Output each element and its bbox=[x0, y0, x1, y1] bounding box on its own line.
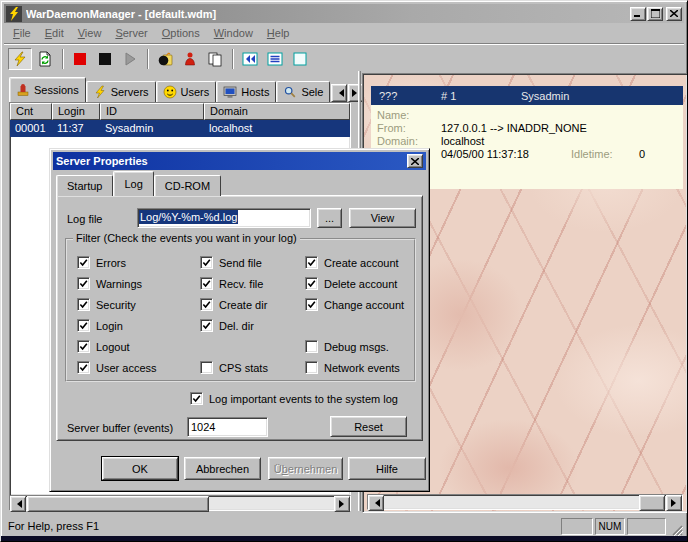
copy-icon[interactable] bbox=[203, 48, 227, 70]
filter-checkbox-network-events[interactable]: Network events bbox=[305, 361, 410, 374]
filter-checkbox-create-account[interactable]: Create account bbox=[305, 256, 410, 269]
tab-sessions[interactable]: Sessions bbox=[9, 77, 86, 102]
scroll-left-arrow[interactable] bbox=[10, 496, 26, 512]
checkbox bbox=[77, 298, 90, 311]
dialog-tab-cd-rom[interactable]: CD-ROM bbox=[154, 175, 221, 196]
filter-checkbox-send-file[interactable]: Send file bbox=[200, 256, 305, 269]
menu-options[interactable]: Options bbox=[155, 25, 207, 41]
list-lines-icon[interactable] bbox=[263, 48, 287, 70]
window-bottom-edge bbox=[1, 536, 687, 541]
ok-button[interactable]: OK bbox=[102, 457, 178, 480]
browse-button[interactable]: ... bbox=[317, 208, 342, 228]
kick-user-icon[interactable] bbox=[178, 48, 202, 70]
filter-checkbox-del-dir[interactable]: Del. dir bbox=[200, 319, 305, 332]
session-field: Domain:localhost bbox=[371, 135, 683, 148]
checkbox-label: User access bbox=[96, 362, 157, 374]
scroll-left-arrow[interactable] bbox=[368, 495, 384, 511]
syslog-checkbox[interactable]: Log important events to the system log bbox=[190, 392, 398, 405]
session-header-bar: ??? # 1 Sysadmin bbox=[371, 86, 683, 105]
red-square-icon[interactable] bbox=[68, 48, 92, 70]
field-label: From: bbox=[377, 122, 406, 135]
column-header-login[interactable]: Login bbox=[52, 103, 100, 120]
filter-checkbox-recv-file[interactable]: Recv. file bbox=[200, 277, 305, 290]
users-icon bbox=[163, 85, 177, 99]
column-header-id[interactable]: ID bbox=[100, 103, 204, 120]
log-tab-page: Log file Log/%Y-%m-%d.log ... View Filte… bbox=[56, 195, 423, 441]
tab-sele[interactable]: Sele bbox=[276, 81, 330, 102]
filter-checkbox-user-access[interactable]: User access bbox=[77, 361, 200, 374]
checkbox-label: Network events bbox=[324, 362, 400, 374]
checkbox-label: Errors bbox=[96, 257, 126, 269]
menu-help[interactable]: Help bbox=[260, 25, 297, 41]
play-icon[interactable] bbox=[118, 48, 142, 70]
menu-edit[interactable]: Edit bbox=[38, 25, 71, 41]
checkbox-label: Logout bbox=[96, 341, 130, 353]
filter-groupbox: Filter (Check the events you want in you… bbox=[65, 238, 416, 382]
filter-checkbox-login[interactable]: Login bbox=[77, 319, 200, 332]
tab-users[interactable]: Users bbox=[156, 81, 217, 102]
minimize-button[interactable] bbox=[630, 7, 646, 21]
reset-button[interactable]: Reset bbox=[330, 416, 407, 437]
close-button[interactable] bbox=[666, 7, 682, 21]
checkbox bbox=[305, 361, 318, 374]
scrollbar-thumb[interactable] bbox=[27, 496, 209, 512]
search-icon bbox=[283, 85, 297, 99]
chevrons-left-icon[interactable] bbox=[238, 48, 262, 70]
maximize-button[interactable] bbox=[647, 7, 663, 21]
abbrechen-button[interactable]: Abbrechen bbox=[184, 457, 261, 480]
dialog-title: Server Properties bbox=[56, 155, 406, 167]
dialog-tab-startup[interactable]: Startup bbox=[56, 175, 113, 196]
checkbox bbox=[305, 298, 318, 311]
title-bar: WarDaemonManager - [default.wdm] bbox=[4, 4, 684, 23]
checkbox-label: Login bbox=[96, 320, 123, 332]
dialog-close-button[interactable] bbox=[407, 154, 423, 168]
menu-server[interactable]: Server bbox=[108, 25, 154, 41]
tab-label: CD-ROM bbox=[165, 180, 210, 192]
log-file-input[interactable]: Log/%Y-%m-%d.log bbox=[137, 208, 311, 228]
left-horizontal-scrollbar[interactable] bbox=[9, 495, 351, 511]
table-cell: Sysadmin bbox=[100, 120, 204, 137]
app-icon[interactable] bbox=[6, 6, 22, 22]
checkbox bbox=[77, 256, 90, 269]
filter-checkbox-warnings[interactable]: Warnings bbox=[77, 277, 200, 290]
hilfe-button[interactable]: Hilfe bbox=[348, 457, 426, 480]
black-square-icon[interactable] bbox=[93, 48, 117, 70]
checkbox-label: Change account bbox=[324, 299, 404, 311]
menu-view[interactable]: View bbox=[71, 25, 109, 41]
table-row[interactable]: 0000111:37Sysadminlocalhost bbox=[10, 120, 350, 137]
filter-checkbox-errors[interactable]: Errors bbox=[77, 256, 200, 269]
checkbox-label: Delete account bbox=[324, 278, 397, 290]
refresh-document-icon[interactable] bbox=[33, 48, 57, 70]
right-horizontal-scrollbar[interactable] bbox=[367, 494, 683, 510]
tab-label: Sessions bbox=[34, 84, 79, 96]
tab-label: Hosts bbox=[241, 86, 269, 98]
server-buffer-input[interactable] bbox=[187, 417, 268, 437]
bomb-icon[interactable] bbox=[153, 48, 177, 70]
filter-checkbox-delete-account[interactable]: Delete account bbox=[305, 277, 410, 290]
filter-checkbox-security[interactable]: Security bbox=[77, 298, 200, 311]
filter-checkbox-cps-stats[interactable]: CPS stats bbox=[200, 361, 305, 374]
menu-file[interactable]: File bbox=[6, 25, 38, 41]
filter-checkbox-change-account[interactable]: Change account bbox=[305, 298, 410, 311]
filter-checkbox-logout[interactable]: Logout bbox=[77, 340, 200, 353]
checkbox-label: Create dir bbox=[219, 299, 267, 311]
tab-scroll-left-button[interactable] bbox=[331, 84, 347, 102]
filter-checkbox-debug-msgs[interactable]: Debug msgs. bbox=[305, 340, 410, 353]
column-header-domain[interactable]: Domain bbox=[204, 103, 350, 120]
blank-page-icon[interactable] bbox=[288, 48, 312, 70]
column-header-cnt[interactable]: Cnt bbox=[10, 103, 52, 120]
tab-hosts[interactable]: Hosts bbox=[216, 81, 276, 102]
checkbox bbox=[190, 392, 203, 405]
scroll-right-arrow[interactable] bbox=[666, 495, 682, 511]
tab-servers[interactable]: Servers bbox=[86, 81, 156, 102]
dialog-tabs: StartupLogCD-ROM bbox=[56, 174, 221, 196]
menu-window[interactable]: Window bbox=[207, 25, 260, 41]
checkbox bbox=[77, 319, 90, 332]
scroll-right-arrow[interactable] bbox=[334, 496, 350, 512]
view-button[interactable]: View bbox=[349, 208, 416, 228]
lightning-icon[interactable] bbox=[8, 48, 32, 70]
resize-grip[interactable] bbox=[670, 523, 683, 536]
filter-checkbox-create-dir[interactable]: Create dir bbox=[200, 298, 305, 311]
dialog-tab-log[interactable]: Log bbox=[113, 171, 153, 196]
scrollbar-thumb[interactable] bbox=[639, 495, 665, 511]
